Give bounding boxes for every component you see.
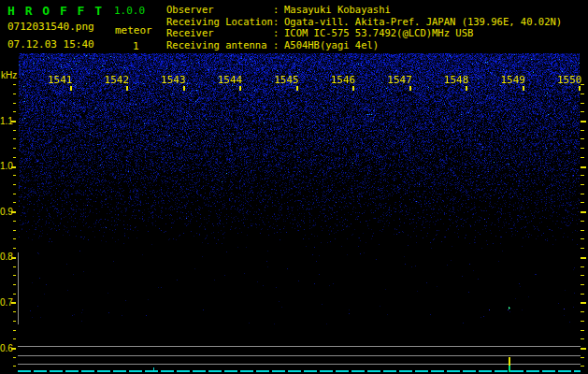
- freq-minor-tick: [13, 366, 16, 367]
- freq-minor-tick: [13, 148, 16, 149]
- freq-minor-tick: [13, 357, 16, 358]
- freq-minor-tick: [13, 330, 16, 331]
- meteor-level-spike-top: [509, 357, 510, 366]
- freq-minor-tick: [581, 130, 584, 131]
- freq-major-tick: [581, 121, 586, 122]
- freq-minor-tick: [13, 202, 16, 203]
- time-tick-label: 1548: [444, 74, 469, 86]
- freq-minor-tick: [581, 248, 584, 249]
- minute-tick: [352, 86, 354, 91]
- freq-minor-tick: [581, 311, 584, 312]
- hrofft-output-window: H R O F F T 1.0.0 0712031540.png meteor …: [0, 0, 588, 374]
- spectrogram-noise-canvas: [19, 53, 580, 324]
- level-reference-line: [18, 355, 581, 356]
- freq-major-tick: [11, 348, 16, 350]
- time-tick-label: 1543: [161, 74, 186, 86]
- freq-minor-tick: [13, 266, 16, 267]
- signal-level-blip: [153, 367, 154, 371]
- freq-minor-tick: [581, 138, 584, 139]
- freq-minor-tick: [13, 84, 16, 85]
- time-tick-label: 1541: [48, 74, 73, 86]
- freq-major-tick: [11, 166, 16, 168]
- freq-minor-tick: [581, 238, 584, 239]
- minute-tick: [466, 86, 467, 91]
- freq-minor-tick: [13, 230, 16, 231]
- freq-minor-tick: [581, 175, 584, 176]
- freq-minor-tick: [13, 138, 16, 139]
- freq-minor-tick: [13, 248, 16, 249]
- time-tick-label: 1544: [218, 74, 243, 86]
- freq-minor-tick: [581, 221, 584, 222]
- freq-minor-tick: [13, 157, 16, 158]
- minute-tick: [126, 86, 128, 91]
- time-tick-label: 1546: [331, 74, 356, 86]
- spectrogram-plot: kHz 154115421543154415451546154715481549…: [0, 0, 588, 374]
- level-reference-line: [18, 346, 581, 347]
- freq-major-tick: [11, 121, 16, 122]
- freq-axis-unit: kHz: [1, 70, 17, 80]
- freq-minor-tick: [581, 94, 584, 94]
- freq-minor-tick: [581, 202, 584, 203]
- freq-minor-tick: [581, 148, 584, 149]
- freq-major-tick: [581, 211, 586, 213]
- freq-minor-tick: [13, 111, 16, 112]
- freq-minor-tick: [13, 311, 16, 312]
- freq-minor-tick: [13, 284, 16, 285]
- freq-major-tick: [581, 257, 586, 259]
- level-reference-line: [18, 364, 581, 365]
- minute-tick: [239, 86, 241, 91]
- freq-minor-tick: [13, 103, 16, 104]
- freq-minor-tick: [581, 275, 584, 276]
- freq-minor-tick: [13, 175, 16, 176]
- minute-tick: [296, 86, 298, 91]
- signal-level-baseline: [18, 370, 581, 372]
- freq-minor-tick: [13, 130, 16, 131]
- time-tick-label: 1545: [274, 74, 299, 86]
- minute-tick: [183, 86, 185, 91]
- time-tick-label: 1547: [387, 74, 412, 86]
- freq-minor-tick: [13, 294, 16, 295]
- freq-minor-tick: [13, 338, 16, 339]
- freq-minor-tick: [13, 184, 16, 185]
- freq-major-tick: [581, 348, 586, 350]
- freq-minor-tick: [581, 111, 584, 112]
- freq-major-tick: [581, 302, 586, 304]
- time-tick-label: 1542: [105, 74, 130, 86]
- minute-tick: [409, 86, 411, 91]
- freq-minor-tick: [581, 157, 584, 158]
- freq-minor-tick: [13, 238, 16, 239]
- freq-minor-tick: [581, 338, 584, 339]
- freq-minor-tick: [581, 294, 584, 295]
- freq-minor-tick: [581, 194, 584, 194]
- freq-minor-tick: [581, 366, 584, 367]
- meteor-level-spike-bottom: [509, 366, 510, 372]
- freq-minor-tick: [13, 221, 16, 222]
- minute-tick: [579, 86, 581, 91]
- time-tick-label: 1549: [500, 74, 525, 86]
- freq-minor-tick: [13, 275, 16, 276]
- freq-minor-tick: [581, 103, 584, 104]
- minute-tick: [523, 86, 524, 91]
- freq-minor-tick: [581, 84, 584, 85]
- freq-major-tick: [581, 166, 586, 168]
- freq-minor-tick: [13, 94, 16, 94]
- freq-minor-tick: [581, 321, 584, 322]
- freq-minor-tick: [581, 357, 584, 358]
- freq-major-tick: [11, 257, 16, 259]
- freq-minor-tick: [13, 194, 16, 194]
- freq-minor-tick: [581, 230, 584, 231]
- freq-minor-tick: [581, 284, 584, 285]
- minute-tick: [70, 86, 72, 91]
- level-scale-line: [18, 252, 19, 324]
- freq-minor-tick: [581, 266, 584, 267]
- freq-minor-tick: [581, 330, 584, 331]
- freq-minor-tick: [581, 184, 584, 185]
- freq-major-tick: [11, 211, 16, 213]
- freq-major-tick: [11, 302, 16, 304]
- freq-minor-tick: [13, 321, 16, 322]
- time-tick-label: 1550: [557, 74, 582, 86]
